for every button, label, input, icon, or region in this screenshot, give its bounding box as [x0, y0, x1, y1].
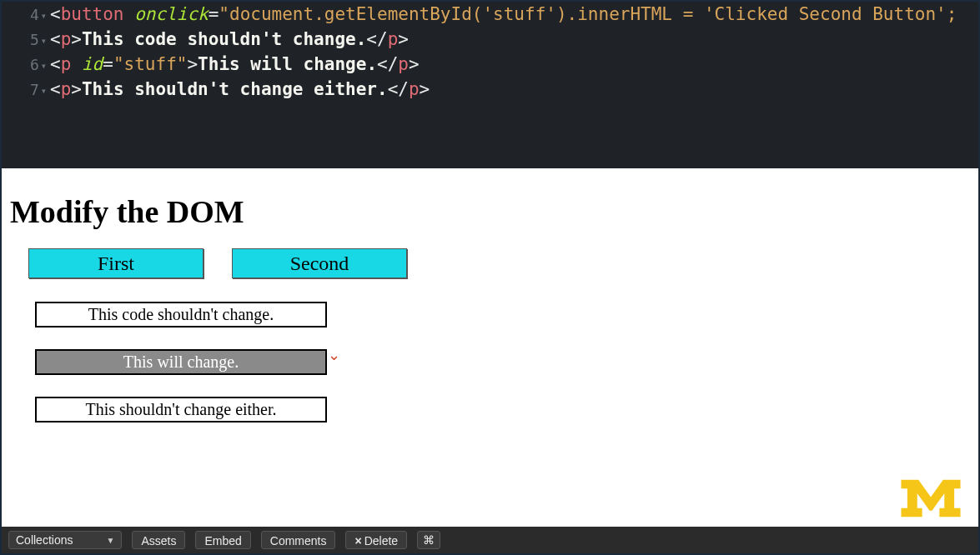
chevron-down-icon: ▼ [106, 536, 114, 545]
line-number: 6▾ [2, 52, 50, 78]
collections-dropdown[interactable]: Collections ▼ [8, 531, 122, 549]
collections-label: Collections [16, 533, 73, 547]
line-number: 4▾ [2, 2, 50, 28]
page-title: Modify the DOM [10, 193, 970, 230]
target-paragraph-text: This will change. [123, 352, 239, 371]
second-button[interactable]: Second [232, 248, 407, 278]
code-line[interactable]: 5▾ <p>This code shouldn't change.</p> [2, 27, 978, 52]
code-content: <p>This code shouldn't change.</p> [50, 27, 978, 52]
static-paragraph-1: This code shouldn't change. [35, 302, 327, 328]
code-line[interactable]: 6▾ <p id="stuff">This will change.</p> [2, 52, 978, 77]
delete-button[interactable]: ×Delete [345, 531, 407, 549]
assets-button[interactable]: Assets [132, 531, 185, 549]
line-number: 7▾ [2, 78, 50, 103]
preview-pane: Modify the DOM First Second This code sh… [2, 168, 978, 527]
embed-button[interactable]: Embed [195, 531, 250, 549]
code-content: <p id="stuff">This will change.</p> [50, 52, 978, 77]
michigan-logo-icon [900, 478, 962, 518]
fold-icon[interactable]: ▾ [41, 3, 47, 28]
fold-icon[interactable]: ▾ [41, 28, 47, 53]
target-paragraph: This will change. ⌄ [35, 349, 327, 375]
fold-icon[interactable]: ▾ [41, 53, 47, 78]
comments-button[interactable]: Comments [261, 531, 336, 549]
code-line[interactable]: 7▾ <p>This shouldn't change either.</p> [2, 77, 978, 102]
line-number: 5▾ [2, 28, 50, 53]
button-row: First Second [28, 248, 970, 278]
code-content: <button onclick="document.getElementById… [50, 2, 978, 27]
first-button[interactable]: First [28, 248, 204, 278]
close-icon: × [354, 534, 361, 548]
fold-icon[interactable]: ▾ [41, 78, 47, 103]
delete-label: Delete [364, 534, 398, 548]
cursor-mark-icon: ⌄ [328, 346, 340, 364]
keyboard-shortcuts-button[interactable]: ⌘ [417, 531, 440, 549]
code-editor[interactable]: 4▾ <button onclick="document.getElementB… [2, 2, 978, 168]
code-line[interactable]: 4▾ <button onclick="document.getElementB… [2, 2, 978, 27]
bottom-toolbar: Collections ▼ Assets Embed Comments ×Del… [2, 527, 978, 553]
command-icon: ⌘ [423, 533, 435, 547]
static-paragraph-2: This shouldn't change either. [35, 397, 327, 422]
code-content: <p>This shouldn't change either.</p> [50, 77, 978, 102]
